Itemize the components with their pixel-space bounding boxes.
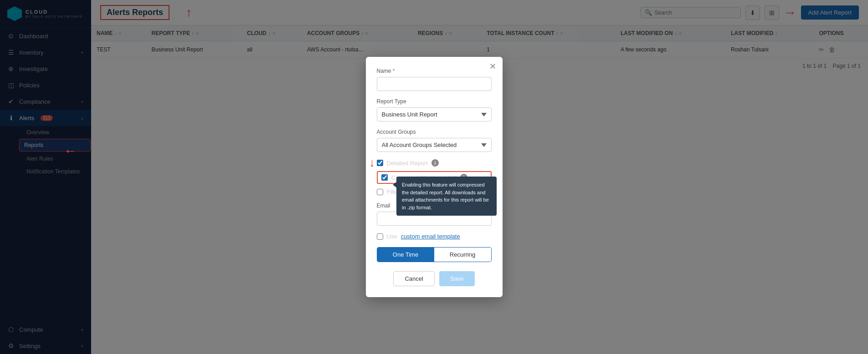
custom-email-use-label: Use [387,233,397,240]
compress-tooltip: Enabling this feature will compressed th… [396,177,497,216]
compress-attachments-checkbox[interactable] [381,174,388,181]
name-field: Name * [377,68,492,91]
save-button[interactable]: Save [439,271,475,286]
name-label: Name * [377,68,492,74]
recurring-button[interactable]: Recurring [434,248,491,262]
modal-overlay: ✕ Name * Report Type Business Unit Repor… [0,0,868,354]
account-groups-field: Account Groups All Account Groups Select… [377,129,492,152]
name-input[interactable] [377,77,492,91]
modal-close-button[interactable]: ✕ [489,62,496,71]
custom-email-row: Use custom email template [377,233,492,240]
report-type-field: Report Type Business Unit ReportAlert Re… [377,98,492,121]
custom-email-checkbox[interactable] [377,233,383,240]
account-groups-label: Account Groups [377,129,492,135]
tooltip-arrow [393,182,396,187]
custom-email-template-link[interactable]: custom email template [401,233,460,240]
detailed-report-row: Detailed Report i [377,159,492,167]
one-time-button[interactable]: One Time [377,248,434,262]
modal-footer: Cancel Save [377,271,492,286]
tooltip-text: Enabling this feature will compressed th… [402,182,489,210]
report-type-label: Report Type [377,98,492,105]
filter-compliance-checkbox[interactable] [377,189,383,195]
schedule-row: One Time Recurring [377,247,492,262]
detailed-report-checkbox[interactable] [377,160,383,166]
report-type-select[interactable]: Business Unit ReportAlert Report [377,107,492,121]
required-indicator: * [393,68,395,74]
cancel-button[interactable]: Cancel [393,271,434,286]
account-groups-select[interactable]: All Account Groups Selected [377,138,492,152]
detailed-report-label: Detailed Report [387,160,428,167]
detailed-report-info-icon[interactable]: i [431,159,439,167]
